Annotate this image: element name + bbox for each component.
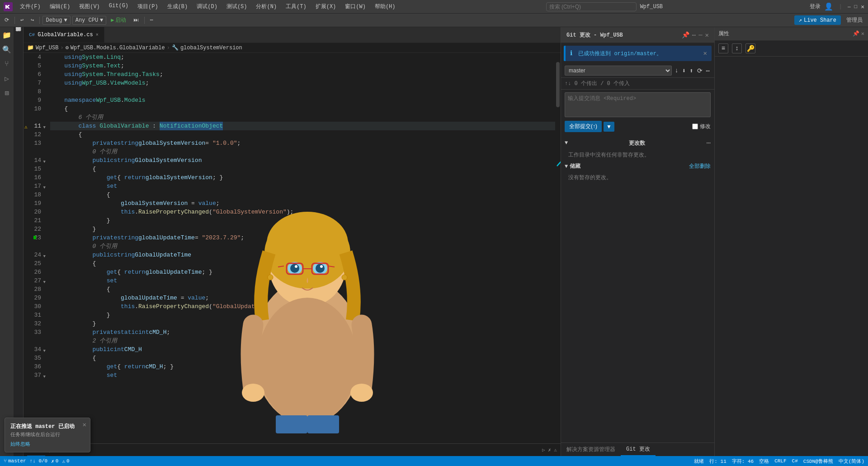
breadcrumb-project[interactable]: Wpf_USB: [36, 45, 58, 51]
modify-check[interactable]: [692, 124, 698, 129]
commit-all-button[interactable]: 全部提交(↑): [565, 121, 602, 132]
line-19: 19: [24, 199, 45, 208]
sidebar-label-server-explorer[interactable]: 服务器资源管理器: [14, 29, 23, 43]
line-numbers: 4 5 6 7 8 9 10 ⚠ 11 ▼ 12 13 14 ▼: [24, 53, 48, 443]
activity-debug[interactable]: ▷: [0, 72, 13, 85]
git-changes-section[interactable]: ▼ 更改数 ⋯: [561, 137, 714, 149]
status-col[interactable]: 字符: 46: [732, 458, 754, 465]
menu-test[interactable]: 测试(S): [223, 2, 251, 11]
branch-bar: master ↓ ⬇ ⬆ ⟳ ⋯: [561, 64, 714, 78]
status-right: 就绪 行: 11 字符: 46 空格 CRLF C# CSDN@鲁棒熊 中文(简…: [694, 458, 864, 465]
user-icon[interactable]: 👤: [824, 2, 833, 11]
scroll-thumb[interactable]: [556, 62, 560, 107]
activity-extensions[interactable]: ⊞: [0, 87, 13, 100]
line-23: 23: [24, 233, 45, 242]
warning-status-icon: ⚠: [62, 458, 65, 464]
props-pin-icon[interactable]: 📌: [853, 30, 859, 37]
status-encoding[interactable]: CRLF: [774, 458, 786, 464]
start-button[interactable]: ▶ 启动: [108, 15, 128, 25]
menu-view[interactable]: 视图(V): [75, 2, 104, 11]
tab-globalvariable[interactable]: C# GlobalVariable.cs ×: [24, 27, 104, 43]
status-line[interactable]: 行: 11: [709, 458, 726, 465]
platform-dropdown[interactable]: Any CPU ▼: [72, 16, 107, 25]
menu-file[interactable]: 文件(F): [16, 2, 44, 11]
status-warnings[interactable]: ⚠ 0: [62, 458, 69, 464]
git-panel-minimize[interactable]: —: [698, 31, 702, 39]
branch-push[interactable]: ⬆: [689, 66, 694, 76]
status-locale[interactable]: 中文(简体): [839, 458, 864, 465]
code-line-15: {: [50, 165, 555, 173]
props-alphabetical-icon[interactable]: ↕: [732, 43, 742, 53]
status-lang[interactable]: C#: [792, 458, 798, 464]
debug-config-dropdown[interactable]: Debug ▼: [42, 16, 70, 25]
commit-dropdown-button[interactable]: ▼: [604, 122, 614, 132]
changes-more-icon[interactable]: ⋯: [706, 138, 711, 147]
menu-window[interactable]: 窗口(W): [341, 2, 369, 11]
activity-git[interactable]: ⑂: [0, 58, 13, 71]
status-git-branch[interactable]: ⑂ master: [4, 458, 26, 464]
menu-tools[interactable]: 工具(T): [282, 2, 310, 11]
activity-search[interactable]: 🔍: [0, 43, 13, 56]
menu-edit[interactable]: 编辑(E): [46, 2, 74, 11]
branch-more[interactable]: ⋯: [705, 66, 711, 76]
branch-dropdown[interactable]: master: [565, 66, 672, 76]
git-panel-pin[interactable]: 📌: [682, 31, 689, 39]
git-panel-close[interactable]: ✕: [705, 31, 709, 39]
menu-git[interactable]: Git(G): [105, 2, 132, 11]
tab-close-button[interactable]: ×: [96, 33, 99, 38]
status-csdn[interactable]: CSDN@鲁棒熊: [803, 458, 833, 465]
git-tab-solution[interactable]: 解决方案资源管理器: [561, 443, 621, 456]
branch-pull[interactable]: ⬇: [681, 66, 687, 76]
toast-ignore-link[interactable]: 始终忽略: [10, 442, 30, 447]
fold-icon-37[interactable]: ▼: [43, 373, 46, 381]
code-line-11-ref: 6 个引用: [50, 113, 555, 122]
activity-explorer[interactable]: 📁: [0, 29, 13, 42]
props-filter-icon[interactable]: 🔑: [745, 43, 755, 53]
breadcrumb-class[interactable]: Wpf_USB.Models.GlobalVariable: [71, 45, 165, 51]
breadcrumb-member[interactable]: globalSystemVersion: [180, 45, 242, 51]
status-sync-indicator[interactable]: ↑↓ 0/0: [30, 458, 48, 464]
code-line-32: }: [50, 319, 555, 328]
status-errors[interactable]: ✗ 0: [51, 458, 58, 464]
menu-debug[interactable]: 调试(D): [193, 2, 221, 11]
menu-bar: 文件(F) 编辑(E) 视图(V) Git(G) 项目(P) 生成(B) 调试(…: [16, 2, 399, 11]
toast-title: 正在推送 master 已启动: [10, 423, 85, 430]
toast-close-button[interactable]: ✕: [83, 421, 86, 428]
git-tab-changes[interactable]: Git 更改: [621, 443, 656, 456]
menu-analyze[interactable]: 分析(N): [252, 2, 280, 11]
toolbar-source-control[interactable]: ⟳: [2, 16, 12, 24]
status-indent[interactable]: 空格: [759, 458, 769, 465]
branch-fetch[interactable]: ↓: [674, 66, 679, 75]
git-panel-more-options[interactable]: ⋯: [692, 31, 696, 39]
modify-checkbox[interactable]: 修改: [692, 123, 711, 130]
code-line-22: }: [50, 225, 555, 233]
login-button[interactable]: 登录: [810, 3, 821, 10]
live-share-button[interactable]: ↗ Live Share: [794, 15, 841, 25]
commit-buttons: 全部提交(↑) ▼ 修改: [565, 121, 711, 132]
menu-extensions[interactable]: 扩展(X): [312, 2, 340, 11]
editor-scrollbar[interactable]: [555, 53, 561, 443]
minimize-button[interactable]: —: [848, 4, 851, 10]
code-line-16: get { return globalSystemVersion; }: [50, 173, 555, 182]
menu-help[interactable]: 帮助(H): [371, 2, 399, 11]
menu-build[interactable]: 生成(B): [164, 2, 192, 11]
toolbar-step-over[interactable]: ⏭: [131, 16, 142, 24]
toolbar-undo[interactable]: ↩: [18, 16, 26, 24]
breadcrumb-class-icon: ⚙: [66, 44, 69, 51]
branch-sync[interactable]: ⟳: [696, 66, 703, 76]
props-categorized-icon[interactable]: ≡: [718, 43, 728, 53]
stash-delete-all[interactable]: 全部删除: [689, 162, 711, 170]
git-notif-close[interactable]: ✕: [703, 49, 707, 57]
commit-message-input[interactable]: [565, 92, 711, 117]
code-line-18: {: [50, 190, 555, 199]
props-close-icon[interactable]: ✕: [861, 30, 864, 37]
close-button[interactable]: ✕: [861, 3, 864, 10]
admin-label: 管理员: [846, 16, 863, 24]
code-content[interactable]: using System.Linq; using System.Text; us…: [48, 53, 555, 443]
code-editor[interactable]: 4 5 6 7 8 9 10 ⚠ 11 ▼ 12 13 14 ▼: [24, 53, 561, 443]
search-input[interactable]: [546, 2, 637, 11]
maximize-button[interactable]: □: [854, 4, 858, 10]
menu-project[interactable]: 项目(P): [134, 2, 162, 11]
toolbar-redo[interactable]: ↪: [28, 16, 37, 24]
toolbar-more[interactable]: ⋯: [147, 16, 156, 24]
